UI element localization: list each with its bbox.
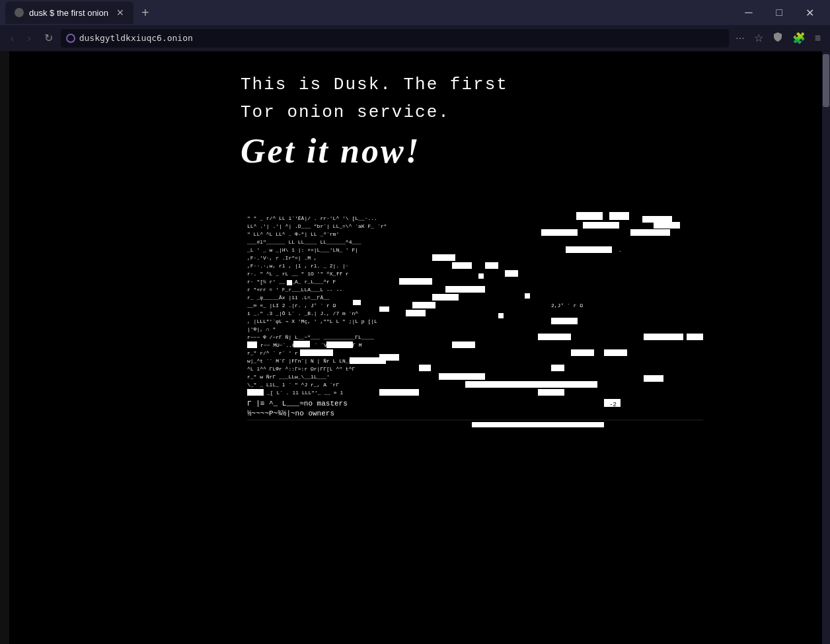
svg-rect-10 (630, 229, 670, 236)
svg-text:½~~~~P~¾½|~no owners: ½~~~~P~¾½|~no owners (247, 410, 334, 417)
svg-rect-69 (498, 313, 504, 318)
svg-rect-73 (379, 354, 399, 361)
svg-rect-71 (478, 273, 484, 279)
svg-rect-45 (300, 349, 333, 356)
svg-rect-37 (538, 334, 571, 340)
svg-text:_L '    _  w _|H\ 1 |: +=|L___: _L ' _ w _|H\ 1 |: +=|L___'LN_ ' F| (247, 247, 358, 253)
svg-rect-46 (571, 349, 594, 356)
svg-rect-23 (399, 278, 432, 285)
navigation-bar: ‹ › ↻ duskgytldkxiuqc6.onion ··· ☆ 🧩 ≡ (0, 25, 830, 52)
svg-rect-76 (644, 375, 663, 382)
svg-text:,F·.'V·, r .Ir"=| .M     ,: ,F·.'V·, r .Ir"=| .M , (247, 255, 317, 261)
menu-button[interactable]: ≡ (811, 30, 825, 47)
svg-rect-63 (247, 419, 703, 421)
address-bar-container[interactable]: duskgytldkxiuqc6.onion (61, 29, 730, 48)
svg-text:,F··.·,w,    rl ,  |l , rl.  _: ,F··.·,w, rl , |l , rl. _ 2|. |· (247, 263, 349, 269)
scrollbar[interactable] (822, 52, 830, 644)
svg-rect-16 (432, 254, 455, 261)
svg-rect-21 (505, 270, 518, 277)
svg-rect-39 (687, 334, 703, 340)
svg-text:, |LLL"'`φL  ¬  X 'Mç,  '  ,"": , |LLL"'`φL ¬ X 'Mç, ' ,""L L " ;|L p [|… (247, 318, 377, 324)
nav-right-toolbar: ··· ☆ 🧩 ≡ (732, 29, 825, 48)
shield-button[interactable] (769, 29, 787, 48)
svg-rect-40 (247, 341, 257, 348)
headline[interactable]: Get it now! (241, 131, 822, 170)
page-content[interactable]: This is Dusk. The first Tor onion servic… (9, 52, 822, 644)
svg-rect-47 (604, 349, 627, 356)
svg-rect-43 (452, 341, 475, 348)
browser-window: dusk $ the first onion ✕ + ─ □ ✕ ‹ › ↻ d… (0, 0, 830, 644)
svg-text:r_  _φ_____Âx |ll          .L≈: r_ _φ_____Âx |ll .L≈__ΓĀ__ (247, 295, 330, 301)
page-inner: This is Dusk. The first Tor onion servic… (9, 52, 822, 644)
intro-line2: Tor onion service. (241, 99, 822, 127)
svg-text:"  LL^   ^L   LL^ . Φ-"| LL  _: " LL^ ^L LL^ . Φ-"| LL _^`rm' (247, 231, 339, 237)
svg-rect-57 (379, 389, 419, 396)
svg-rect-67 (353, 300, 361, 305)
svg-text:|'Φ|, ∩ ": |'Φ|, ∩ " (247, 326, 276, 332)
back-button[interactable]: ‹ (5, 30, 19, 47)
tab-close-button[interactable]: ✕ (116, 7, 124, 18)
svg-text:-2: -2 (609, 402, 617, 408)
svg-rect-6 (583, 222, 619, 229)
intro-text-block: This is Dusk. The first Tor onion servic… (241, 52, 822, 126)
svg-rect-7 (654, 222, 680, 229)
glitch-content: " " _ r/^ LL l`'ÉÀ|/ . rr·'L^ '\ [L__·..… (241, 190, 716, 554)
svg-rect-5 (642, 216, 672, 223)
left-sidebar (0, 52, 9, 644)
svg-rect-34 (551, 318, 578, 324)
extensions-button[interactable]: 🧩 (788, 29, 810, 47)
svg-text:r·. "   ^L         _   rL    _: r·. " ^L _ rL __ " 1O '" ^X_ff r (247, 271, 349, 277)
reload-button[interactable]: ↻ (39, 29, 58, 47)
svg-rect-74 (419, 365, 431, 371)
svg-rect-75 (551, 365, 564, 371)
ascii-art-area: " " _ r/^ LL l`'ÉÀ|/ . rr·'L^ '\ [L__·..… (241, 190, 716, 540)
more-button[interactable]: ··· (732, 30, 748, 47)
svg-rect-70 (525, 293, 530, 299)
svg-text:__∞ «_       |LI   2 .|r.  ,  : __∞ «_ |LI 2 .|r. , J° ` r Ω (247, 303, 336, 308)
headline-text: Get it now! (241, 132, 421, 170)
new-tab-button[interactable]: + (136, 5, 155, 20)
svg-text:" "  _ r/^  LL  l`'ÉÀ|/ .  rr·: " " _ r/^ LL l`'ÉÀ|/ . rr·'L^ '\ [L__·..… (247, 215, 377, 221)
svg-rect-55 (247, 389, 264, 396)
svg-rect-13 (566, 246, 612, 253)
svg-text:LL^  .'| .'|  ^|  .D___       : LL^ .'| .'| ^| .D___ "br`| LL_=\^ `aK F_… (247, 223, 387, 229)
content-area: This is Dusk. The first Tor onion servic… (0, 52, 830, 644)
window-controls: ─ □ ✕ (734, 0, 825, 25)
svg-text:^L l^^  ΓLΦr  ^::Γ=:r Ωr|ΓΓ[L : ^L l^^ ΓLΦr ^::Γ=:r Ωr|ΓΓ[L ^" t^Γ (247, 366, 355, 372)
svg-text:_[  L`  .  ll LLL"'_   __ »  l: _[ L` . ll LLL"'_ __ » l (266, 390, 343, 396)
tab-favicon (15, 8, 24, 17)
glitch-svg: " " _ r/^ LL l`'ÉÀ|/ . rr·'L^ '\ [L__·..… (247, 211, 703, 541)
svg-rect-18 (452, 262, 472, 269)
forward-button[interactable]: › (22, 30, 36, 47)
svg-rect-29 (412, 302, 435, 308)
svg-text:2,J°  ` r Ω: 2,J° ` r Ω (551, 303, 583, 308)
svg-rect-52 (439, 373, 485, 380)
svg-rect-3 (576, 212, 603, 220)
svg-rect-38 (644, 334, 683, 340)
svg-text:___#l"______ LL LL____  LL____: ___#l"______ LL LL____ LL______^4___ (247, 239, 361, 245)
svg-rect-27 (432, 294, 459, 301)
svg-text:\_"   _  LlL_    l            : \_" _ LlL_ l ` " ^J r_, A `rΓ (247, 382, 339, 388)
bookmark-button[interactable]: ☆ (750, 29, 767, 47)
close-button[interactable]: ✕ (794, 0, 825, 25)
svg-rect-19 (485, 262, 498, 269)
active-tab[interactable]: dusk $ the first onion ✕ (5, 1, 133, 24)
svg-rect-25 (445, 286, 485, 293)
url-display: duskgytldkxiuqc6.onion (79, 33, 193, 43)
intro-line1: This is Dusk. The first (241, 71, 822, 99)
svg-rect-9 (541, 229, 578, 236)
svg-rect-4 (609, 212, 629, 220)
svg-text:__________: __________ (478, 423, 507, 429)
svg-text:Γ  |≡  ^_   L___≈no masters: Γ |≡ ^_ L___≈no masters (247, 400, 348, 408)
minimize-button[interactable]: ─ (734, 0, 764, 25)
tab-bar: dusk $ the first onion ✕ + ─ □ ✕ (0, 0, 830, 25)
svg-rect-66 (287, 280, 292, 285)
scrollbar-thumb[interactable] (823, 54, 829, 107)
onion-security-icon (66, 34, 75, 43)
svg-rect-68 (379, 306, 389, 312)
svg-rect-54 (465, 381, 597, 388)
tab-title: dusk $ the first onion (29, 8, 108, 18)
svg-rect-42 (326, 341, 353, 348)
maximize-button[interactable]: □ (764, 0, 794, 25)
svg-text:r   "«rr ≈ '       F_r___LLA__: r "«rr ≈ ' F_r___LLA___L -- -- (247, 287, 342, 293)
